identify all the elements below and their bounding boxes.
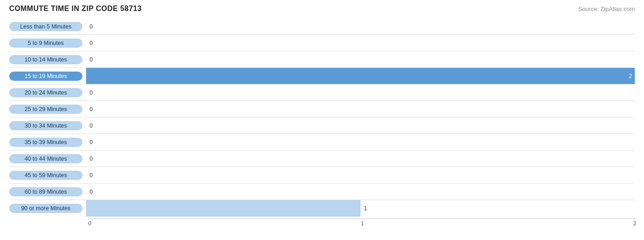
bar-row: 15 to 19 Minutes2 (9, 68, 635, 84)
bar-row: 60 to 89 Minutes0 (9, 184, 635, 200)
bar-value: 0 (88, 189, 93, 195)
bar-label: 25 to 29 Minutes (9, 105, 82, 114)
bar-track: 0 (86, 35, 635, 51)
bar-label: 45 to 59 Minutes (9, 171, 82, 180)
bar-label: 10 to 14 Minutes (9, 55, 82, 64)
bar-label: Less than 5 Minutes (9, 22, 82, 31)
bar-row: 20 to 24 Minutes0 (9, 84, 635, 101)
bar-row: 40 to 44 Minutes0 (9, 151, 635, 167)
bar-value: 0 (88, 172, 93, 179)
bar-track: 0 (86, 184, 635, 200)
chart-area: Less than 5 Minutes05 to 9 Minutes010 to… (9, 18, 635, 217)
bar-value: 0 (88, 40, 93, 46)
page-container: COMMUTE TIME IN ZIP CODE 58713 Source: Z… (9, 5, 635, 228)
bar-row: 30 to 34 Minutes0 (9, 117, 635, 134)
bar-value: 0 (88, 89, 93, 96)
x-axis-label: 2 (633, 220, 637, 227)
x-axis-label: 0 (88, 220, 92, 227)
bar-label: 90 or more Minutes (9, 204, 82, 213)
bar-value: 0 (88, 156, 93, 162)
bar-row: 45 to 59 Minutes0 (9, 167, 635, 184)
bar-track: 0 (86, 51, 635, 67)
bar-label: 40 to 44 Minutes (9, 154, 82, 163)
bar-track: 2 (86, 68, 635, 84)
bar-value: 0 (88, 56, 93, 63)
bar-label: 5 to 9 Minutes (9, 39, 82, 48)
bar-track: 0 (86, 18, 635, 34)
bar-label: 30 to 34 Minutes (9, 121, 82, 130)
bar-value: 2 (629, 73, 632, 79)
x-axis-label: 1 (361, 220, 364, 227)
bar-track: 0 (86, 151, 635, 167)
bar-value: 1 (362, 205, 367, 212)
bar-value: 0 (88, 123, 93, 129)
x-axis: 012 (90, 218, 635, 228)
bar-label: 15 to 19 Minutes (9, 72, 82, 81)
bar-label: 20 to 24 Minutes (9, 88, 82, 97)
bar-track: 1 (86, 200, 635, 217)
bar-value: 0 (88, 106, 93, 112)
bar-label: 60 to 89 Minutes (9, 187, 82, 196)
bar-fill (86, 68, 635, 84)
chart-title: COMMUTE TIME IN ZIP CODE 58713 (9, 5, 142, 13)
bar-track: 0 (86, 84, 635, 100)
source-label: Source: ZipAtlas.com (578, 6, 635, 12)
bar-value: 0 (88, 139, 93, 145)
bar-row: 25 to 29 Minutes0 (9, 101, 635, 117)
bar-row: 90 or more Minutes1 (9, 200, 635, 217)
bar-row: 5 to 9 Minutes0 (9, 35, 635, 51)
bar-label: 35 to 39 Minutes (9, 138, 82, 147)
bar-fill (86, 200, 360, 217)
bar-track: 0 (86, 117, 635, 134)
bar-track: 0 (86, 167, 635, 183)
bar-row: 10 to 14 Minutes0 (9, 51, 635, 68)
bar-value: 0 (88, 23, 93, 30)
bar-row: 35 to 39 Minutes0 (9, 134, 635, 151)
chart-header: COMMUTE TIME IN ZIP CODE 58713 Source: Z… (9, 5, 635, 13)
bar-track: 0 (86, 134, 635, 150)
bar-row: Less than 5 Minutes0 (9, 18, 635, 35)
bar-track: 0 (86, 101, 635, 117)
